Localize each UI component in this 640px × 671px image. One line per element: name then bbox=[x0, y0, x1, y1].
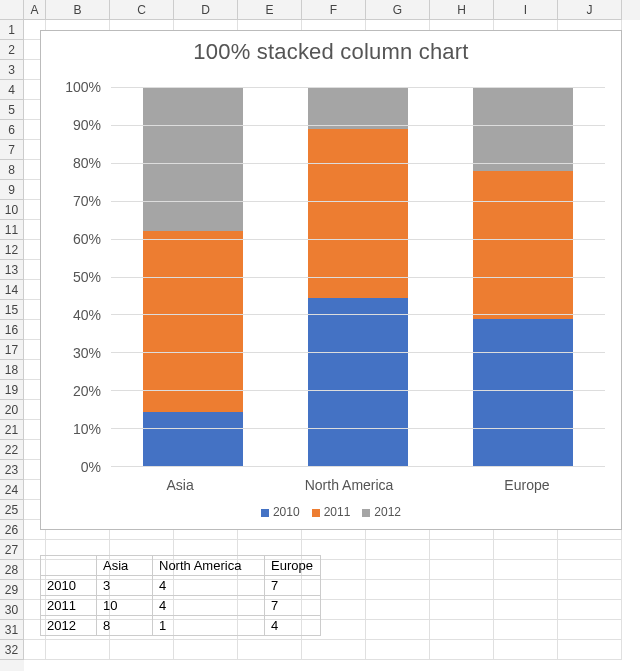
col-header[interactable]: F bbox=[302, 0, 366, 20]
row-header[interactable]: 18 bbox=[0, 360, 24, 380]
row-header[interactable]: 9 bbox=[0, 180, 24, 200]
table-cell: 7 bbox=[265, 576, 321, 596]
row-header[interactable]: 29 bbox=[0, 580, 24, 600]
row-header[interactable]: 7 bbox=[0, 140, 24, 160]
row-header[interactable]: 25 bbox=[0, 500, 24, 520]
cell[interactable] bbox=[110, 640, 174, 660]
cell[interactable] bbox=[302, 640, 366, 660]
x-axis-ticks: AsiaNorth AmericaEurope bbox=[111, 477, 605, 493]
cell[interactable] bbox=[494, 640, 558, 660]
table-col-header: Europe bbox=[265, 556, 321, 576]
legend-item: 2011 bbox=[312, 505, 351, 519]
row-header[interactable]: 1 bbox=[0, 20, 24, 40]
bar-segment bbox=[308, 298, 408, 466]
row-header[interactable]: 23 bbox=[0, 460, 24, 480]
col-header[interactable]: E bbox=[238, 0, 302, 20]
gridline bbox=[111, 466, 605, 467]
cell[interactable] bbox=[430, 560, 494, 580]
row-header[interactable]: 28 bbox=[0, 560, 24, 580]
cell[interactable] bbox=[430, 580, 494, 600]
row-header[interactable]: 31 bbox=[0, 620, 24, 640]
row-header[interactable]: 6 bbox=[0, 120, 24, 140]
row-header[interactable]: 2 bbox=[0, 40, 24, 60]
col-header[interactable]: B bbox=[46, 0, 110, 20]
table-col-header: North America bbox=[153, 556, 265, 576]
cell[interactable] bbox=[366, 640, 430, 660]
y-tick-label: 60% bbox=[73, 231, 101, 247]
cell[interactable] bbox=[366, 560, 430, 580]
cell[interactable] bbox=[558, 560, 622, 580]
table-cell: 4 bbox=[153, 596, 265, 616]
gridline bbox=[111, 352, 605, 353]
row-header[interactable]: 20 bbox=[0, 400, 24, 420]
cell[interactable] bbox=[558, 640, 622, 660]
row-header[interactable]: 24 bbox=[0, 480, 24, 500]
col-header[interactable]: C bbox=[110, 0, 174, 20]
cell[interactable] bbox=[558, 600, 622, 620]
cell[interactable] bbox=[558, 620, 622, 640]
row-header[interactable]: 12 bbox=[0, 240, 24, 260]
row-header[interactable]: 17 bbox=[0, 340, 24, 360]
cell[interactable] bbox=[494, 580, 558, 600]
row-header[interactable]: 26 bbox=[0, 520, 24, 540]
row-header[interactable]: 16 bbox=[0, 320, 24, 340]
chart-object[interactable]: 100% stacked column chart 0%10%20%30%40%… bbox=[40, 30, 622, 530]
row-header[interactable]: 21 bbox=[0, 420, 24, 440]
cell[interactable] bbox=[494, 620, 558, 640]
table-cell: 7 bbox=[265, 596, 321, 616]
cell[interactable] bbox=[430, 620, 494, 640]
col-header[interactable]: J bbox=[558, 0, 622, 20]
cell[interactable] bbox=[494, 540, 558, 560]
row-header[interactable]: 27 bbox=[0, 540, 24, 560]
cell[interactable] bbox=[24, 640, 46, 660]
bar-segment bbox=[473, 87, 573, 171]
row-header[interactable]: 30 bbox=[0, 600, 24, 620]
row-header[interactable]: 19 bbox=[0, 380, 24, 400]
cell[interactable] bbox=[494, 600, 558, 620]
table-row: 2012 8 1 4 bbox=[41, 616, 321, 636]
cell[interactable] bbox=[558, 540, 622, 560]
cell[interactable] bbox=[430, 640, 494, 660]
row-header[interactable]: 5 bbox=[0, 100, 24, 120]
row-header[interactable]: 10 bbox=[0, 200, 24, 220]
table-cell: 4 bbox=[153, 576, 265, 596]
table-row-label: 2011 bbox=[41, 596, 97, 616]
y-tick-label: 0% bbox=[81, 459, 101, 475]
gridline bbox=[111, 390, 605, 391]
cell[interactable] bbox=[366, 580, 430, 600]
col-header[interactable]: A bbox=[24, 0, 46, 20]
row-header[interactable]: 8 bbox=[0, 160, 24, 180]
row-headers: 1234567891011121314151617181920212223242… bbox=[0, 20, 24, 671]
col-header[interactable]: H bbox=[430, 0, 494, 20]
row-header[interactable]: 32 bbox=[0, 640, 24, 660]
row-header[interactable]: 11 bbox=[0, 220, 24, 240]
cell[interactable] bbox=[46, 640, 110, 660]
cell[interactable] bbox=[494, 560, 558, 580]
data-table[interactable]: Asia North America Europe 2010 3 4 7 201… bbox=[40, 555, 321, 636]
col-header[interactable]: I bbox=[494, 0, 558, 20]
legend-item: 2010 bbox=[261, 505, 300, 519]
cell[interactable] bbox=[366, 540, 430, 560]
cell[interactable] bbox=[558, 580, 622, 600]
bar-segment bbox=[308, 129, 408, 297]
cell[interactable] bbox=[174, 640, 238, 660]
column-headers: ABCDEFGHIJ bbox=[0, 0, 640, 20]
cell[interactable] bbox=[366, 620, 430, 640]
col-header[interactable]: D bbox=[174, 0, 238, 20]
row-header[interactable]: 15 bbox=[0, 300, 24, 320]
row-header[interactable]: 22 bbox=[0, 440, 24, 460]
cell[interactable] bbox=[430, 540, 494, 560]
y-tick-label: 20% bbox=[73, 383, 101, 399]
row-header[interactable]: 14 bbox=[0, 280, 24, 300]
cell[interactable] bbox=[238, 640, 302, 660]
bar-segment bbox=[143, 87, 243, 231]
row-header[interactable]: 13 bbox=[0, 260, 24, 280]
row-header[interactable]: 4 bbox=[0, 80, 24, 100]
x-tick-label: North America bbox=[305, 477, 394, 493]
col-header[interactable]: G bbox=[366, 0, 430, 20]
row-header[interactable]: 3 bbox=[0, 60, 24, 80]
chart-title: 100% stacked column chart bbox=[41, 31, 621, 69]
cell[interactable] bbox=[366, 600, 430, 620]
table-row: 2011 10 4 7 bbox=[41, 596, 321, 616]
cell[interactable] bbox=[430, 600, 494, 620]
